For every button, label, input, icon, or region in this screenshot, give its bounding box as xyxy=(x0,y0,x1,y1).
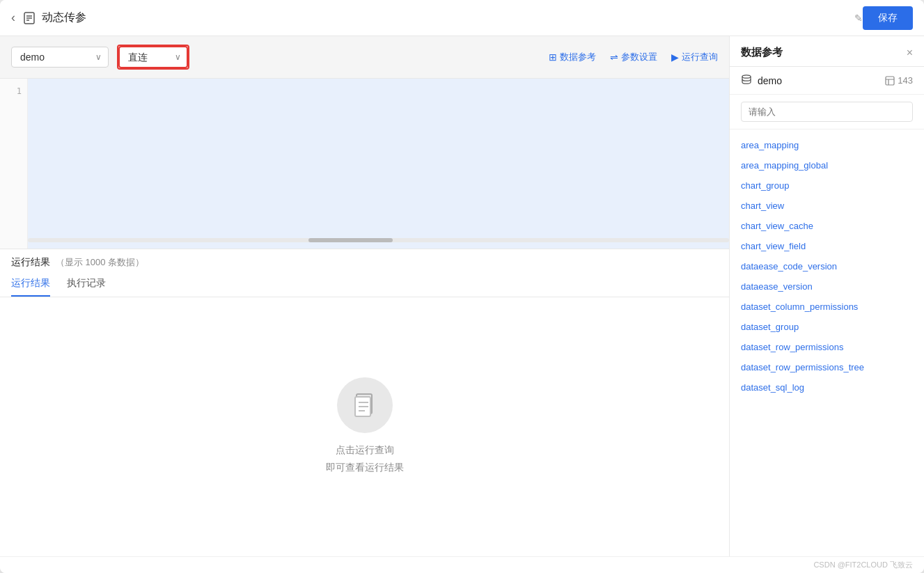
param-settings-label: 参数设置 xyxy=(621,51,657,63)
scrollbar-thumb[interactable] xyxy=(308,238,393,242)
main-area: demo ∨ 直连 ∨ ⊞ 数据参考 ⇌ xyxy=(0,36,924,556)
table-item[interactable]: chart_view xyxy=(730,196,924,216)
table-item[interactable]: area_mapping xyxy=(730,135,924,155)
table-list: area_mappingarea_mapping_globalchart_gro… xyxy=(730,129,924,556)
file-icon xyxy=(22,11,36,25)
results-area: 运行结果 （显示 1000 条数据） 运行结果 执行记录 xyxy=(0,249,729,556)
connection-select-wrapper: 直连 ∨ xyxy=(117,45,189,70)
edit-icon[interactable]: ✎ xyxy=(854,13,863,24)
results-empty: 点击运行查询 即可查看运行结果 xyxy=(0,297,729,556)
empty-document-icon xyxy=(351,391,379,419)
close-icon[interactable]: × xyxy=(907,47,913,59)
editor-scrollbar[interactable] xyxy=(28,237,729,243)
toolbar-actions: ⊞ 数据参考 ⇌ 参数设置 ▶ 运行查询 xyxy=(549,51,718,63)
empty-line2: 即可查看运行结果 xyxy=(326,459,404,476)
right-panel-search xyxy=(730,95,924,129)
param-settings-icon: ⇌ xyxy=(610,52,618,63)
empty-text: 点击运行查询 即可查看运行结果 xyxy=(326,441,404,476)
db-count-value: 143 xyxy=(898,75,913,86)
empty-line1: 点击运行查询 xyxy=(326,441,404,459)
tab-exec-log[interactable]: 执行记录 xyxy=(67,272,106,297)
param-settings-action[interactable]: ⇌ 参数设置 xyxy=(610,51,657,63)
right-panel-title: 数据参考 xyxy=(741,46,783,59)
run-query-action[interactable]: ▶ 运行查询 xyxy=(671,51,718,63)
content-area: demo ∨ 直连 ∨ ⊞ 数据参考 ⇌ xyxy=(0,36,729,556)
db-select[interactable]: demo xyxy=(11,47,109,68)
run-query-icon: ▶ xyxy=(671,52,679,63)
database-icon xyxy=(741,74,752,85)
table-item[interactable]: dataset_row_permissions xyxy=(730,337,924,357)
results-subtitle: （显示 1000 条数据） xyxy=(56,256,144,269)
svg-point-12 xyxy=(742,75,751,78)
right-panel-db: demo 143 xyxy=(730,67,924,95)
line-num-1: 1 xyxy=(17,84,22,98)
table-item[interactable]: dataset_group xyxy=(730,317,924,337)
save-button[interactable]: 保存 xyxy=(863,6,913,30)
run-query-label: 运行查询 xyxy=(682,51,718,63)
db-count: 143 xyxy=(885,75,913,86)
footer: CSDN @FIT2CLOUD 飞致云 xyxy=(0,556,924,573)
results-tabs: 运行结果 执行记录 xyxy=(0,272,729,297)
table-item[interactable]: dataease_code_version xyxy=(730,256,924,276)
empty-icon-circle xyxy=(337,377,393,433)
connection-select[interactable]: 直连 xyxy=(118,46,188,68)
table-item[interactable]: dataset_column_permissions xyxy=(730,297,924,317)
back-button[interactable]: ‹ xyxy=(11,10,15,25)
table-item[interactable]: chart_group xyxy=(730,175,924,196)
db-select-wrapper: demo ∨ xyxy=(11,47,109,68)
db-icon xyxy=(741,74,752,87)
table-item[interactable]: chart_view_field xyxy=(730,236,924,256)
results-title: 运行结果 xyxy=(11,256,50,269)
data-ref-label: 数据参考 xyxy=(560,51,596,63)
data-ref-icon: ⊞ xyxy=(549,52,557,63)
results-header: 运行结果 （显示 1000 条数据） xyxy=(0,249,729,269)
table-count-icon xyxy=(885,76,895,86)
scrollbar-track xyxy=(28,238,729,242)
app-window: ‹ 动态传参 ✎ 保存 demo ∨ 直连 xyxy=(0,0,924,573)
toolbar: demo ∨ 直连 ∨ ⊞ 数据参考 ⇌ xyxy=(0,36,729,79)
line-numbers: 1 xyxy=(0,79,28,249)
page-title: 动态传参 xyxy=(42,10,850,25)
right-panel: 数据参考 × demo xyxy=(729,36,924,556)
svg-rect-13 xyxy=(886,77,894,85)
table-item[interactable]: dataset_row_permissions_tree xyxy=(730,357,924,377)
editor-area: 1 xyxy=(0,79,729,249)
titlebar: ‹ 动态传参 ✎ 保存 xyxy=(0,0,924,36)
right-panel-header: 数据参考 × xyxy=(730,36,924,67)
table-item[interactable]: dataease_version xyxy=(730,276,924,297)
table-item[interactable]: dataset_sql_log xyxy=(730,377,924,398)
search-input[interactable] xyxy=(741,102,913,122)
db-name-label: demo xyxy=(758,75,879,86)
table-item[interactable]: area_mapping_global xyxy=(730,155,924,175)
tab-run-result[interactable]: 运行结果 xyxy=(11,272,50,297)
watermark: CSDN @FIT2CLOUD 飞致云 xyxy=(813,560,913,569)
table-item[interactable]: chart_view_cache xyxy=(730,216,924,236)
data-ref-action[interactable]: ⊞ 数据参考 xyxy=(549,51,596,63)
editor-content[interactable] xyxy=(28,79,729,249)
